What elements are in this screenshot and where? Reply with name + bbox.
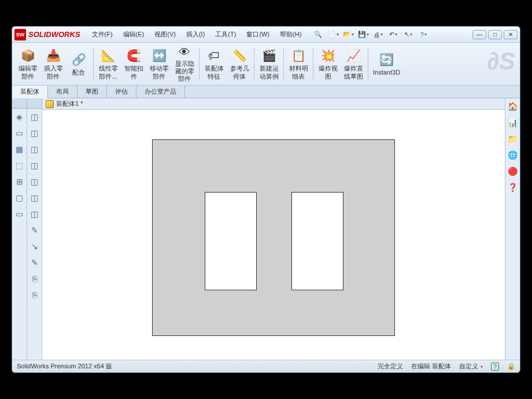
ribbon-separator: [313, 48, 313, 80]
app-logo-icon: SW: [14, 29, 26, 40]
ribbon-mate[interactable]: 🔗配合: [66, 45, 91, 83]
view-palette-icon[interactable]: 🌐: [507, 149, 519, 161]
menu-insert[interactable]: 插入(I): [182, 28, 209, 40]
lbar-icon[interactable]: ▭: [14, 127, 25, 139]
tab-assembly[interactable]: 装配体: [12, 86, 48, 98]
content-area: ◈ ▭ ▦ ⬚ ⊞ ▢ ▭ ◫ ◫ ◫ ◫ ◫ ◫: [12, 98, 520, 360]
help-icon[interactable]: ?▾: [417, 29, 430, 40]
lbar-icon[interactable]: ◫: [29, 176, 40, 187]
ribbon-instant3d[interactable]: 🔄Instant3D: [371, 45, 402, 83]
menu-window[interactable]: 窗口(W): [242, 28, 274, 40]
lbar-icon[interactable]: ▭: [14, 208, 25, 220]
quick-access-toolbar: 🔍 📄▾ 📂▾ 💾▾ 🖨▾ ↶▾ ↖▾ ?▾: [312, 29, 430, 40]
ribbon: 📦编辑零 部件 📥插入零 部件 🔗配合 📐线性零 部件... 🧲智能扣 件 ↔️…: [12, 43, 520, 86]
maximize-button[interactable]: □: [488, 30, 502, 39]
menu-edit[interactable]: 编辑(E): [119, 28, 149, 40]
ribbon-smart-fasteners[interactable]: 🧲智能扣 件: [121, 45, 146, 83]
ribbon-linear-pattern[interactable]: 📐线性零 部件...: [96, 45, 120, 83]
feature-bar-a: ◈ ▭ ▦ ⬚ ⊞ ▢ ▭: [12, 109, 27, 360]
lbar-icon[interactable]: ▦: [14, 143, 25, 155]
command-tabbar: 装配体 布局 草图 评估 办公室产品: [12, 86, 520, 98]
tab-layout[interactable]: 布局: [48, 86, 77, 98]
file-explorer-icon[interactable]: 📁: [507, 133, 519, 145]
lbar-icon[interactable]: ◈: [14, 111, 25, 123]
motion-study-icon: 🎬: [261, 47, 277, 64]
linear-pattern-icon: 📐: [100, 47, 116, 64]
menu-tools[interactable]: 工具(T): [210, 28, 241, 40]
lbar-icon[interactable]: ↘: [29, 241, 40, 252]
menu-view[interactable]: 视图(V): [150, 28, 180, 40]
left-header-tabs: [12, 98, 42, 109]
open-icon[interactable]: 📂▾: [342, 29, 354, 40]
model-hole-left: [205, 192, 257, 290]
ribbon-show-hidden[interactable]: 👁显示隐 藏的零 部件: [172, 45, 197, 83]
ribbon-separator: [283, 48, 284, 80]
move-component-icon: ↔️: [151, 47, 167, 64]
minimize-button[interactable]: —: [472, 30, 486, 39]
ribbon-assembly-features[interactable]: 🏷装配体 特征: [202, 45, 226, 83]
print-icon[interactable]: 🖨▾: [372, 29, 385, 40]
left-tab-1[interactable]: [12, 98, 27, 108]
reference-geometry-icon: 📏: [231, 47, 247, 64]
model-hole-right: [291, 192, 343, 290]
status-version: SolidWorks Premium 2012 x64 版: [17, 362, 112, 371]
lbar-icon[interactable]: ▢: [14, 192, 25, 204]
ribbon-separator: [199, 48, 200, 80]
lbar-icon[interactable]: ◫: [29, 192, 40, 204]
left-panels: ◈ ▭ ▦ ⬚ ⊞ ▢ ▭ ◫ ◫ ◫ ◫ ◫ ◫: [12, 98, 42, 360]
ribbon-exploded-view[interactable]: 💥爆炸视 图: [316, 45, 340, 83]
status-custom[interactable]: 自定义 ▾: [459, 362, 483, 371]
lbar-icon[interactable]: ◫: [29, 127, 40, 139]
lbar-icon[interactable]: ⬚: [14, 160, 25, 171]
save-icon[interactable]: 💾▾: [357, 29, 370, 40]
new-icon[interactable]: 📄▾: [327, 29, 339, 40]
menu-help[interactable]: 帮助(H): [275, 28, 306, 40]
menu-file[interactable]: 文件(F): [87, 28, 117, 40]
feature-bar-b: ◫ ◫ ◫ ◫ ◫ ◫ ◫ ✎ ↘ ✎ ⎘ ⎘: [27, 109, 42, 360]
search-icon[interactable]: 🔍: [312, 29, 324, 40]
ribbon-motion-study[interactable]: 🎬新建运 动算例: [257, 45, 281, 83]
ribbon-explode-line[interactable]: 📈爆炸直 线草图: [341, 45, 365, 83]
appearances-icon[interactable]: 🔴: [507, 165, 519, 177]
lbar-icon[interactable]: ✎: [29, 224, 40, 236]
graphics-viewport[interactable]: [42, 110, 505, 360]
ribbon-edit-component[interactable]: 📦编辑零 部件: [16, 45, 40, 83]
instant3d-icon: 🔄: [379, 51, 395, 68]
lbar-icon[interactable]: ⎘: [29, 289, 40, 301]
status-help-icon[interactable]: ?: [491, 363, 499, 371]
lbar-icon[interactable]: ◫: [29, 111, 40, 123]
model-plate: [152, 139, 395, 336]
status-right: 完全定义 在编辑 装配体 自定义 ▾ ? 🔒: [378, 362, 515, 371]
ribbon-separator: [368, 48, 368, 80]
select-icon[interactable]: ↖▾: [402, 29, 415, 40]
status-define: 完全定义: [378, 362, 403, 371]
lbar-icon[interactable]: ◫: [29, 160, 40, 171]
tab-office[interactable]: 办公室产品: [136, 86, 185, 98]
ribbon-insert-component[interactable]: 📥插入零 部件: [41, 45, 65, 83]
custom-props-icon[interactable]: ❓: [507, 182, 519, 193]
explode-line-icon: 📈: [345, 47, 361, 64]
document-name: 装配体1 *: [56, 99, 83, 108]
design-library-icon[interactable]: 📊: [507, 117, 519, 128]
lbar-icon[interactable]: ◫: [29, 143, 40, 155]
home-icon[interactable]: 🏠: [507, 101, 519, 112]
ribbon-move-component[interactable]: ↔️移动零 部件: [147, 45, 171, 83]
tab-sketch[interactable]: 草图: [77, 86, 107, 98]
tab-evaluate[interactable]: 评估: [107, 86, 136, 98]
menu-bar: 文件(F) 编辑(E) 视图(V) 插入(I) 工具(T) 窗口(W) 帮助(H…: [87, 28, 306, 40]
lbar-icon[interactable]: ◫: [29, 208, 40, 220]
titlebar: SW SOLIDWORKS 文件(F) 编辑(E) 视图(V) 插入(I) 工具…: [12, 27, 520, 43]
status-lock-icon[interactable]: 🔒: [507, 363, 515, 370]
mate-icon: 🔗: [71, 51, 87, 68]
lbar-icon[interactable]: ⎘: [29, 273, 40, 285]
ribbon-reference-geometry[interactable]: 📏参考几 何体: [227, 45, 252, 83]
smart-fasteners-icon: 🧲: [125, 47, 142, 64]
lbar-icon[interactable]: ⊞: [14, 176, 25, 187]
undo-icon[interactable]: ↶▾: [387, 29, 400, 40]
insert-component-icon: 📥: [45, 47, 61, 64]
edit-component-icon: 📦: [20, 47, 36, 64]
lbar-icon[interactable]: ✎: [29, 257, 40, 268]
ribbon-bom[interactable]: 📋材料明 细表: [286, 45, 311, 83]
left-tab-2[interactable]: [27, 98, 42, 108]
close-button[interactable]: ✕: [504, 30, 518, 39]
